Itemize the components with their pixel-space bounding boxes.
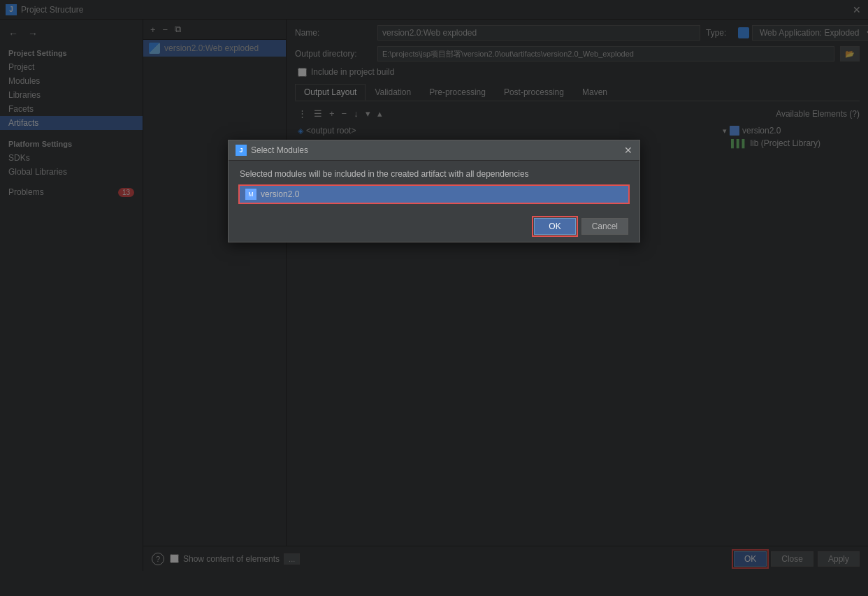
module-item-label: version2.0 bbox=[261, 189, 299, 199]
modal-body: Selected modules will be included in the… bbox=[229, 161, 639, 211]
modal-title: Select Modules bbox=[251, 145, 624, 155]
modal-icon: J bbox=[236, 145, 247, 156]
modal-actions: OK Cancel bbox=[229, 211, 639, 242]
modal-cancel-button[interactable]: Cancel bbox=[581, 218, 628, 235]
modal-overlay: J Select Modules ✕ Selected modules will… bbox=[0, 0, 868, 596]
module-list-item[interactable]: M version2.0 bbox=[240, 186, 628, 203]
modal-title-bar: J Select Modules ✕ bbox=[229, 140, 639, 161]
modal-description: Selected modules will be included in the… bbox=[240, 169, 628, 179]
select-modules-dialog: J Select Modules ✕ Selected modules will… bbox=[228, 140, 640, 242]
modal-close-button[interactable]: ✕ bbox=[624, 145, 632, 156]
module-item-icon: M bbox=[245, 189, 256, 200]
modal-ok-button[interactable]: OK bbox=[534, 218, 575, 235]
